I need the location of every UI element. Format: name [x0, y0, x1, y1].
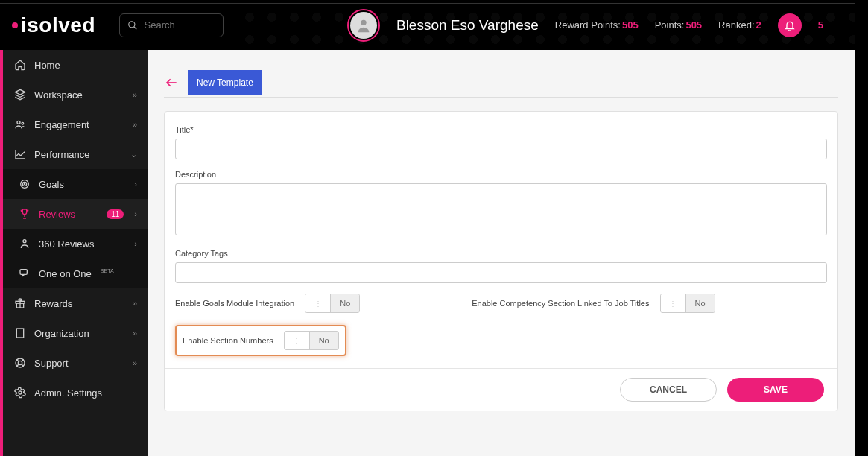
save-button[interactable]: SAVE: [727, 378, 824, 402]
sidebar-item-label: Home: [34, 60, 60, 71]
toggle-state: No: [331, 294, 359, 312]
chevron-right-icon: »: [133, 90, 137, 99]
points: Points:505: [655, 19, 702, 31]
sidebar-item-label: One on One: [39, 268, 92, 279]
reward-points: Reward Points:505: [555, 19, 639, 31]
chevron-down-icon: ⌄: [130, 150, 137, 159]
svg-rect-15: [16, 329, 23, 338]
sidebar-item-goals[interactable]: Goals ›: [3, 169, 148, 199]
trophy-icon: [18, 207, 31, 221]
brand-dot-icon: [12, 22, 18, 28]
sidebar-item-performance[interactable]: Performance ⌄: [3, 139, 148, 169]
avatar: [350, 12, 377, 39]
sidebar-item-label: Support: [34, 358, 69, 369]
enable-section-numbers-highlight: Enable Section Numbers ⋮ No: [175, 325, 346, 356]
beta-badge: BETA: [101, 268, 114, 273]
svg-point-23: [18, 361, 22, 364]
sidebar-item-workspace[interactable]: Workspace »: [3, 80, 148, 110]
chevron-right-icon: »: [133, 120, 137, 129]
toggle-knob-icon: ⋮: [285, 332, 310, 349]
sidebar-item-label: Performance: [34, 149, 89, 160]
sidebar: Home Workspace » Engagement » P: [0, 50, 148, 456]
enable-section-numbers-toggle-group: Enable Section Numbers ⋮ No: [183, 331, 339, 350]
svg-point-10: [23, 240, 26, 243]
chevron-right-icon: ›: [134, 239, 137, 248]
sidebar-item-reviews[interactable]: Reviews 11 ›: [3, 199, 148, 229]
target-icon: [18, 177, 31, 191]
chevron-right-icon: ›: [134, 180, 137, 189]
avatar-ring[interactable]: [347, 9, 380, 42]
sidebar-item-engagement[interactable]: Engagement »: [3, 110, 148, 139]
back-button[interactable]: [164, 77, 179, 89]
ranked: Ranked:2: [718, 19, 761, 31]
chevron-right-icon: »: [133, 358, 137, 367]
notifications-button[interactable]: [778, 13, 802, 37]
svg-line-24: [16, 359, 19, 361]
svg-point-0: [129, 21, 135, 27]
svg-point-2: [361, 19, 366, 25]
chevron-right-icon: »: [133, 299, 137, 308]
enable-goals-label: Enable Goals Module Integration: [175, 299, 294, 308]
template-form-card: Title* Description Category Tags Enable …: [164, 111, 838, 411]
home-icon: [13, 58, 27, 72]
category-tags-input[interactable]: [175, 262, 827, 283]
sidebar-item-label: Reviews: [39, 209, 75, 220]
sidebar-item-label: 360 Reviews: [39, 238, 94, 250]
search-icon: [127, 19, 139, 32]
search-input[interactable]: [119, 13, 224, 37]
sidebar-item-home[interactable]: Home: [3, 50, 148, 80]
enable-goals-toggle-group: Enable Goals Module Integration ⋮ No: [175, 294, 360, 313]
title-label: Title*: [175, 125, 827, 134]
svg-point-5: [22, 122, 24, 124]
svg-marker-3: [15, 89, 25, 95]
user-name: Blesson Eso Varghese: [396, 17, 539, 34]
description-input[interactable]: [175, 183, 827, 235]
sidebar-item-rewards[interactable]: Rewards »: [3, 288, 148, 318]
chart-icon: [13, 148, 27, 161]
topbar: isolved Blesson Eso Varghese Reward Poin…: [0, 0, 868, 50]
gift-icon: [13, 297, 27, 310]
description-label: Description: [175, 170, 827, 179]
title-input[interactable]: [175, 139, 827, 159]
sidebar-item-label: Goals: [39, 179, 64, 190]
building-icon: [13, 326, 27, 340]
layers-icon: [13, 88, 27, 101]
sidebar-item-one-on-one[interactable]: One on One BETA: [3, 259, 148, 288]
main-content: New Template Title* Description Category…: [148, 50, 855, 456]
cancel-button[interactable]: CANCEL: [620, 378, 717, 402]
toggle-state: No: [310, 332, 338, 349]
category-tags-label: Category Tags: [175, 249, 827, 258]
search-field[interactable]: [145, 19, 215, 31]
enable-section-numbers-toggle[interactable]: ⋮ No: [284, 331, 339, 350]
sidebar-item-label: Organization: [34, 328, 89, 339]
toggle-knob-icon: ⋮: [305, 294, 331, 312]
lifebuoy-icon: [13, 356, 27, 370]
sidebar-item-organization[interactable]: Organization »: [3, 318, 148, 348]
brand-logo: isolved: [12, 13, 95, 37]
chat-icon: [18, 267, 31, 280]
sidebar-item-360-reviews[interactable]: 360 Reviews ›: [3, 229, 148, 259]
chevron-right-icon: »: [133, 329, 137, 338]
chevron-right-icon: ›: [134, 209, 137, 218]
enable-section-numbers-label: Enable Section Numbers: [183, 336, 273, 345]
form-footer: CANCEL SAVE: [165, 368, 837, 411]
enable-competency-toggle[interactable]: ⋮ No: [660, 294, 715, 313]
sidebar-item-label: Engagement: [34, 119, 89, 130]
svg-point-4: [17, 121, 20, 124]
reviews-count-badge: 11: [107, 209, 124, 219]
people-icon: [18, 237, 31, 250]
users-icon: [13, 118, 27, 131]
tab-new-template[interactable]: New Template: [188, 70, 262, 95]
toggle-state: No: [686, 294, 715, 312]
sidebar-item-label: Rewards: [34, 298, 72, 309]
toggle-knob-icon: ⋮: [661, 294, 686, 312]
enable-goals-toggle[interactable]: ⋮ No: [305, 294, 360, 313]
svg-line-27: [22, 364, 24, 367]
enable-competency-toggle-group: Enable Competency Section Linked To Job …: [472, 294, 715, 313]
sidebar-item-admin-settings[interactable]: Admin. Settings: [3, 378, 148, 408]
svg-line-1: [134, 26, 137, 29]
brand-text: isolved: [21, 13, 95, 37]
sidebar-item-support[interactable]: Support »: [3, 348, 148, 378]
svg-line-26: [16, 364, 19, 367]
svg-line-25: [22, 359, 24, 361]
